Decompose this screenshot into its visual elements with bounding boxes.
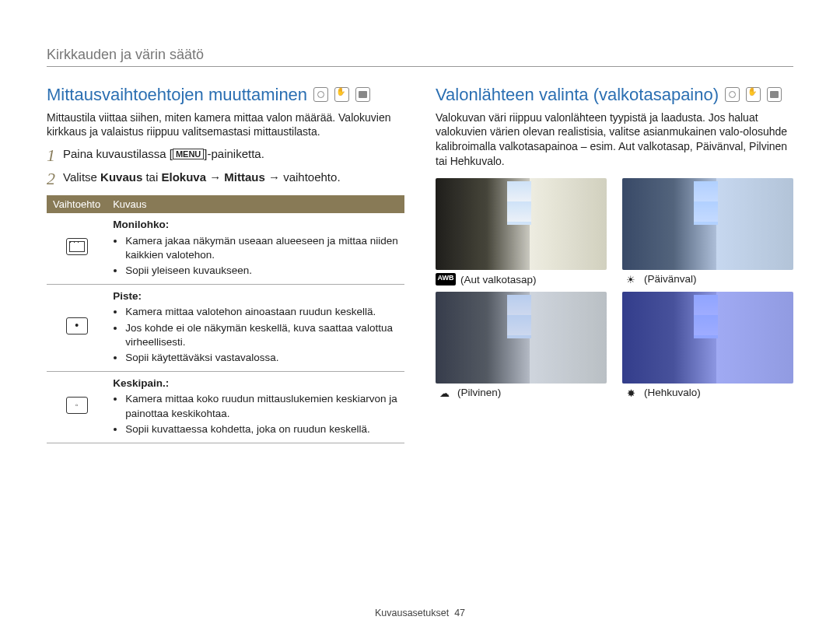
multi-metering-icon — [66, 238, 88, 255]
opt-1-b1: Jos kohde ei ole näkymän keskellä, kuva … — [125, 321, 398, 349]
footer-label: Kuvausasetukset — [375, 608, 449, 618]
opt-1-b2: Sopii käytettäväksi vastavalossa. — [125, 351, 398, 365]
heading-wb: Valonlähteen valinta (valkotasapaino) — [436, 84, 793, 106]
wb-thumb-daylight — [622, 178, 793, 270]
step-1-number: 1 — [47, 147, 55, 164]
mode-scene-icon — [746, 87, 761, 102]
wb-thumb-tungsten — [622, 292, 793, 384]
intro-metering: Mittaustila viittaa siihen, miten kamera… — [47, 110, 404, 140]
opt-title-1: Piste: — [113, 290, 142, 302]
bulb-icon: ✸ — [622, 387, 639, 398]
table-row: Piste: Kamera mittaa valotehon ainoastaa… — [47, 285, 404, 372]
step-1: 1 Paina kuvaustilassa [MENU]-painiketta. — [47, 147, 404, 164]
mode-scene-icon — [334, 87, 349, 102]
s2c: tai — [142, 170, 161, 184]
opt-2-b1: Sopii kuvattaessa kohdetta, joka on ruud… — [125, 422, 398, 436]
step-1-text: Paina kuvaustilassa [MENU]-painiketta. — [63, 147, 264, 164]
s2g: → vaihtoehto. — [265, 170, 341, 184]
spot-metering-icon — [66, 317, 88, 335]
footer: Kuvausasetukset 47 — [0, 608, 840, 618]
s2e: → — [206, 170, 224, 184]
page-number: 47 — [454, 608, 465, 618]
wb-thumb-auto — [436, 178, 607, 270]
s2a: Valitse — [63, 170, 100, 184]
mode-video-icon — [355, 87, 370, 102]
wb-label-daylight: (Päivänval) — [644, 273, 697, 285]
right-column: Valonlähteen valinta (valkotasapaino) Va… — [436, 84, 793, 443]
s2f: Mittaus — [224, 170, 265, 184]
left-column: Mittausvaihtoehtojen muuttaminen Mittaus… — [47, 84, 404, 443]
th-option: Vaihtoehto — [47, 195, 107, 213]
center-metering-icon — [66, 397, 88, 414]
wb-label-auto: (Aut valkotasap) — [460, 274, 537, 285]
heading-wb-text: Valonlähteen valinta (valkotasapaino) — [436, 85, 719, 104]
th-desc: Kuvaus — [107, 195, 404, 213]
step-2: 2 Valitse Kuvaus tai Elokuva → Mittaus →… — [47, 170, 404, 187]
wb-item-cloudy: ☁ (Pilvinen) — [436, 292, 607, 398]
cloud-icon: ☁ — [436, 387, 453, 398]
mode-camera-icon — [725, 87, 740, 102]
opt-0-b0: Kamera jakaa näkymän useaan alueeseen ja… — [125, 234, 398, 262]
intro-wb: Valokuvan väri riippuu valonlähteen tyyp… — [436, 110, 793, 170]
opt-title-2: Keskipain.: — [113, 377, 169, 389]
wb-label-cloudy: (Pilvinen) — [457, 387, 501, 398]
heading-metering-text: Mittausvaihtoehtojen muuttaminen — [47, 85, 307, 104]
sun-icon: ☀ — [622, 274, 639, 285]
wb-item-auto: AWB (Aut valkotasap) — [436, 178, 607, 285]
metering-table: Vaihtoehto Kuvaus Monilohko: Kamera jaka… — [47, 195, 404, 443]
table-row: Keskipain.: Kamera mittaa koko ruudun mi… — [47, 372, 404, 443]
step-2-text: Valitse Kuvaus tai Elokuva → Mittaus → v… — [63, 170, 341, 187]
step-1-pre: Paina kuvaustilassa [ — [63, 147, 173, 160]
opt-title-0: Monilohko: — [113, 219, 169, 230]
wb-label-tungsten: (Hehkuvalo) — [644, 387, 701, 398]
step-1-post: ]-painiketta. — [204, 147, 264, 160]
menu-key: MENU — [173, 149, 204, 159]
breadcrumb: Kirkkauden ja värin säätö — [47, 47, 793, 67]
wb-grid: AWB (Aut valkotasap) ☀ (Päivänval) — [436, 178, 793, 398]
wb-item-tungsten: ✸ (Hehkuvalo) — [622, 292, 793, 398]
s2b: Kuvaus — [100, 170, 142, 184]
mode-camera-icon — [313, 87, 328, 102]
step-2-number: 2 — [47, 170, 55, 187]
wb-thumb-cloudy — [436, 292, 607, 384]
wb-item-daylight: ☀ (Päivänval) — [622, 178, 793, 285]
s2d: Elokuva — [161, 170, 206, 184]
table-row: Monilohko: Kamera jakaa näkymän useaan a… — [47, 213, 404, 284]
opt-2-b0: Kamera mittaa koko ruudun mittauslukemie… — [125, 392, 398, 420]
opt-0-b1: Sopii yleiseen kuvaukseen. — [125, 264, 398, 278]
awb-icon: AWB — [436, 273, 456, 285]
opt-1-b0: Kamera mittaa valotehon ainoastaan ruudu… — [125, 305, 398, 319]
mode-video-icon — [767, 87, 782, 102]
heading-metering: Mittausvaihtoehtojen muuttaminen — [47, 84, 404, 106]
